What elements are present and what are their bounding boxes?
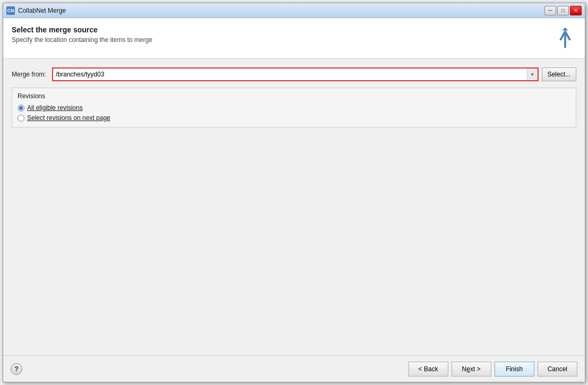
title-bar: CN CollabNet Merge ─ □ ✕ <box>3 3 585 18</box>
revisions-group: Revisions All eligible revisions Select … <box>12 88 576 127</box>
radio-all-row: All eligible revisions <box>18 104 570 112</box>
header-icon-area <box>554 25 576 51</box>
header-text: Select the merge source Specify the loca… <box>12 25 554 44</box>
radio-select-revisions[interactable] <box>18 115 24 122</box>
merge-arrow-icon <box>556 27 575 50</box>
minimize-button[interactable]: ─ <box>544 6 556 15</box>
radio-all-label[interactable]: All eligible revisions <box>27 104 83 112</box>
revisions-legend: Revisions <box>18 92 570 100</box>
maximize-button[interactable]: □ <box>557 6 569 15</box>
main-panel: Merge from: ▼ Select... Revisions All el… <box>3 59 585 355</box>
close-button[interactable]: ✕ <box>570 6 582 15</box>
page-subtitle: Specify the location containing the item… <box>12 36 554 44</box>
header-panel: Select the merge source Specify the loca… <box>3 18 585 59</box>
title-bar-left: CN CollabNet Merge <box>6 6 66 15</box>
main-window: CN CollabNet Merge ─ □ ✕ Select the merg… <box>3 3 585 382</box>
bottom-bar: ? < Back Next > Finish Cancel <box>3 355 585 382</box>
radio-select-label[interactable]: Select revisions on next page <box>27 114 110 122</box>
title-bar-controls: ─ □ ✕ <box>544 6 582 15</box>
cancel-button[interactable]: Cancel <box>538 362 577 377</box>
select-button[interactable]: Select... <box>542 67 576 81</box>
merge-from-input[interactable] <box>53 69 527 80</box>
back-button[interactable]: < Back <box>408 362 448 377</box>
radio-select-row: Select revisions on next page <box>18 114 570 122</box>
merge-from-input-wrap: ▼ <box>52 67 539 81</box>
radio-all-eligible[interactable] <box>18 105 24 112</box>
merge-from-dropdown-button[interactable]: ▼ <box>527 69 538 80</box>
radio-select-text: Select revisions on next page <box>27 114 110 122</box>
svg-marker-4 <box>563 28 568 31</box>
next-label: Next > <box>462 365 481 373</box>
bottom-right: < Back Next > Finish Cancel <box>408 362 577 377</box>
finish-button[interactable]: Finish <box>495 362 534 377</box>
dropdown-arrow-icon: ▼ <box>530 72 534 77</box>
app-icon: CN <box>6 6 15 15</box>
next-button[interactable]: Next > <box>451 362 491 377</box>
window-title: CollabNet Merge <box>18 7 66 14</box>
merge-from-row: Merge from: ▼ Select... <box>12 67 576 81</box>
merge-from-label: Merge from: <box>12 71 49 78</box>
content-area: Select the merge source Specify the loca… <box>3 18 585 382</box>
help-button[interactable]: ? <box>11 363 22 375</box>
bottom-left: ? <box>11 363 22 375</box>
page-title: Select the merge source <box>12 25 554 34</box>
